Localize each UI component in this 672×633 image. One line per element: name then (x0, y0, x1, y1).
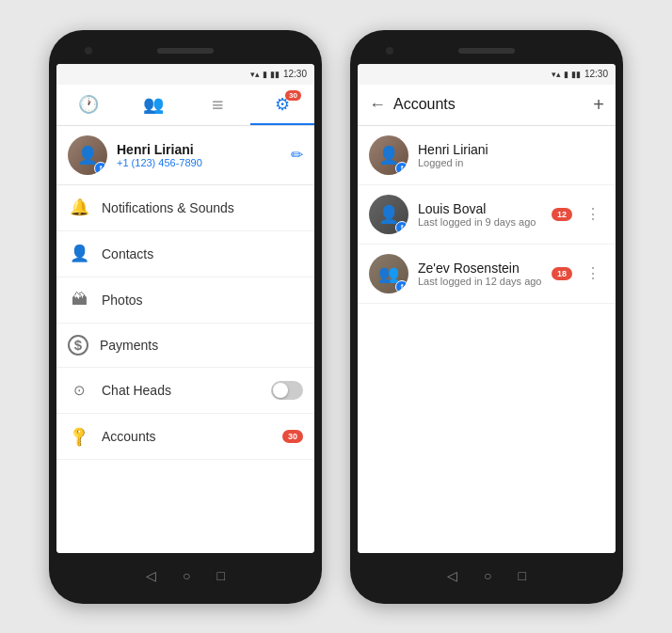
profile-header: 👤 f Henri Liriani +1 (123) 456-7890 ✏ (56, 126, 314, 185)
account-item-zeev[interactable]: 👥 f Ze'ev Rosenstein Last logged in 12 d… (358, 245, 616, 304)
accounts-list: 👤 f Henri Liriani Logged in 👤 f Louis Bo… (358, 126, 616, 553)
phone-2-screen: ▾▴ ▮ ▮▮ 12:30 ← Accounts + 👤 f Henri Lir… (358, 64, 616, 553)
accounts-badge: 30 (282, 430, 303, 443)
time-1: 12:30 (283, 69, 307, 79)
settings-badge: 30 (285, 90, 301, 101)
signal-icons-1: ▾▴ ▮ ▮▮ (250, 70, 280, 79)
chat-list-icon: ≡ (212, 93, 223, 116)
account-status-henri: Logged in (418, 157, 604, 168)
menu-list: 🔔 Notifications & Sounds 👤 Contacts 🏔 Ph… (56, 185, 314, 553)
accounts-screen-title: Accounts (393, 96, 585, 113)
profile-name: Henri Liriani (117, 142, 281, 157)
signal-icon: ▾▴ (250, 70, 260, 79)
back-nav-button-2[interactable]: ◁ (447, 568, 457, 583)
account-status-louis: Last logged in 9 days ago (418, 216, 542, 228)
home-nav-button[interactable]: ○ (183, 568, 190, 583)
phone-1: ▾▴ ▮ ▮▮ 12:30 🕐 👥 ≡ ⚙ 30 � (49, 30, 322, 604)
menu-label-photos: Photos (102, 293, 303, 308)
status-bar-1: ▾▴ ▮ ▮▮ 12:30 (56, 64, 314, 85)
person-icon: 👤 (68, 243, 90, 265)
account-name-louis: Louis Boval (418, 201, 542, 216)
accounts-header: ← Accounts + (358, 85, 616, 126)
photo-icon: 🏔 (68, 289, 90, 311)
time-2: 12:30 (584, 69, 608, 79)
status-bar-2: ▾▴ ▮ ▮▮ 12:30 (358, 64, 616, 85)
key-icon: 🔑 (63, 420, 95, 452)
account-item-henri[interactable]: 👤 f Henri Liriani Logged in (358, 126, 616, 185)
more-options-louis[interactable]: ⋮ (582, 201, 604, 227)
account-name-zeev: Ze'ev Rosenstein (418, 261, 542, 276)
phone-1-top-bar (56, 41, 314, 60)
contacts-icon: 👥 (143, 94, 164, 115)
chatheads-icon: ⊙ (68, 379, 90, 402)
avatar-zeev: 👥 f (369, 254, 408, 293)
profile-info: Henri Liriani +1 (123) 456-7890 (117, 142, 281, 168)
phone-1-camera (85, 47, 92, 55)
account-name-henri: Henri Liriani (418, 142, 604, 157)
menu-item-chatheads[interactable]: ⊙ Chat Heads (56, 368, 314, 414)
tab-settings[interactable]: ⚙ 30 (250, 85, 315, 125)
phone-2-top-bar (358, 41, 616, 60)
menu-label-chatheads: Chat Heads (102, 383, 260, 398)
home-nav-button-2[interactable]: ○ (484, 568, 491, 583)
phone-2-camera (386, 47, 393, 55)
chatheads-toggle[interactable] (271, 381, 303, 400)
fb-badge-henri: f (395, 162, 408, 175)
account-status-zeev: Last logged in 12 days ago (418, 276, 542, 287)
tab-chats[interactable]: ≡ (185, 85, 250, 125)
wifi-icon: ▮ (263, 70, 267, 79)
account-badge-louis: 12 (552, 208, 572, 221)
avatar-henri: 👤 f (369, 135, 408, 175)
account-info-zeev: Ze'ev Rosenstein Last logged in 12 days … (418, 261, 542, 287)
battery-icon: ▮▮ (270, 70, 280, 79)
fb-badge-zeev: f (395, 280, 408, 293)
menu-item-notifications[interactable]: 🔔 Notifications & Sounds (56, 185, 314, 231)
recent-nav-button-2[interactable]: □ (519, 568, 526, 583)
phone-1-bottom-bar: ◁ ○ □ (56, 559, 314, 593)
add-account-button[interactable]: + (593, 94, 604, 116)
account-badge-zeev: 18 (552, 267, 572, 280)
phone-2: ▾▴ ▮ ▮▮ 12:30 ← Accounts + 👤 f Henri Lir… (350, 30, 623, 604)
tab-bar: 🕐 👥 ≡ ⚙ 30 (56, 85, 314, 126)
menu-item-photos[interactable]: 🏔 Photos (56, 277, 314, 324)
account-info-henri: Henri Liriani Logged in (418, 142, 604, 168)
phone-2-speaker (458, 48, 515, 54)
profile-avatar: 👤 f (68, 135, 107, 175)
profile-phone: +1 (123) 456-7890 (117, 157, 281, 168)
fb-badge: f (94, 162, 107, 175)
more-options-zeev[interactable]: ⋮ (582, 261, 604, 286)
menu-item-payments[interactable]: $ Payments (56, 324, 314, 368)
fb-badge-louis: f (395, 221, 408, 234)
signal-icons-2: ▾▴ ▮ ▮▮ (552, 70, 581, 79)
bell-icon: 🔔 (68, 197, 90, 219)
phone-1-speaker (157, 48, 214, 54)
account-info-louis: Louis Boval Last logged in 9 days ago (418, 201, 542, 228)
menu-label-contacts: Contacts (102, 246, 303, 261)
battery-icon-2: ▮▮ (571, 70, 581, 79)
menu-label-payments: Payments (100, 338, 303, 353)
menu-item-accounts[interactable]: 🔑 Accounts 30 (56, 414, 314, 460)
phone-1-screen: ▾▴ ▮ ▮▮ 12:30 🕐 👥 ≡ ⚙ 30 � (56, 64, 314, 553)
tab-contacts[interactable]: 👥 (121, 85, 186, 125)
dollar-icon: $ (68, 335, 88, 356)
signal-icon-2: ▾▴ (552, 70, 561, 79)
menu-label-accounts: Accounts (102, 429, 271, 444)
recent-nav-button[interactable]: □ (217, 568, 225, 583)
edit-profile-button[interactable]: ✏ (291, 146, 303, 164)
back-button[interactable]: ← (369, 95, 386, 115)
avatar-louis: 👤 f (369, 195, 408, 234)
phone-2-bottom-bar: ◁ ○ □ (358, 559, 616, 593)
menu-item-contacts[interactable]: 👤 Contacts (56, 231, 314, 277)
wifi-icon-2: ▮ (564, 70, 568, 79)
clock-icon: 🕐 (78, 94, 99, 115)
menu-label-notifications: Notifications & Sounds (102, 200, 303, 215)
tab-recent[interactable]: 🕐 (56, 85, 121, 125)
account-item-louis[interactable]: 👤 f Louis Boval Last logged in 9 days ag… (358, 185, 616, 245)
back-nav-button[interactable]: ◁ (146, 568, 156, 583)
